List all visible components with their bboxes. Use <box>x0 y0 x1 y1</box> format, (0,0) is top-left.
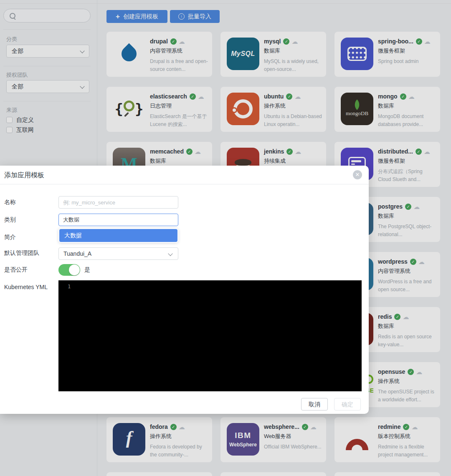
public-toggle-value: 是 <box>84 266 90 274</box>
team-select-value: Tuandui_A <box>63 250 91 257</box>
app-template-store-page: 分类 全部 授权团队 全部 来源 自定义 互联网 + 创建应用模板 ↑ 批量导入… <box>0 0 451 476</box>
category-suggest-menu: 大数据 <box>58 228 178 243</box>
toggle-knob <box>69 264 80 275</box>
public-toggle[interactable] <box>58 264 80 276</box>
modal-header: 添加应用模板 ✕ <box>0 166 369 184</box>
chevron-down-icon <box>168 251 172 256</box>
team-field-label: 默认管理团队 <box>4 249 39 257</box>
cancel-button[interactable]: 取消 <box>301 398 328 411</box>
category-suggest-item[interactable]: 大数据 <box>59 229 177 242</box>
category-input[interactable] <box>58 214 178 226</box>
add-template-modal: 添加应用模板 ✕ 名称 类别 大数据 简介 默认管理团队 Tuandui_A 是… <box>0 166 369 414</box>
name-input[interactable] <box>58 196 178 209</box>
modal-title: 添加应用模板 <box>4 171 44 180</box>
name-field-label: 名称 <box>4 199 16 206</box>
team-select[interactable]: Tuandui_A <box>58 247 178 260</box>
close-icon[interactable]: ✕ <box>353 170 362 179</box>
yaml-editor[interactable]: 1 <box>58 280 362 391</box>
editor-line-number: 1 <box>68 284 71 290</box>
yml-field-label: Kubernetes YML <box>4 284 48 290</box>
confirm-button[interactable]: 确定 <box>334 398 361 411</box>
category-field-label: 类别 <box>4 216 16 224</box>
intro-field-label: 简介 <box>4 234 16 241</box>
public-field-label: 是否公开 <box>4 266 28 274</box>
